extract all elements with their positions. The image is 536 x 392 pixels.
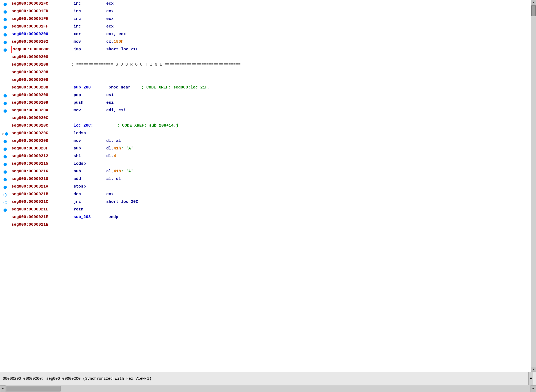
gutter-cell[interactable]: ➤ <box>0 130 10 138</box>
code-line[interactable]: seg000:00000208 <box>11 76 531 84</box>
address: seg000:0000021E <box>11 206 71 213</box>
gutter-cell[interactable] <box>0 206 10 214</box>
code-line[interactable]: seg000:0000021Bdececx <box>11 191 531 198</box>
code-line[interactable]: seg000:00000218addal, dl <box>11 175 531 183</box>
code-line[interactable]: seg000:00000200xorecx, ecx <box>11 30 531 38</box>
code-line[interactable]: seg000:00000208 <box>11 53 531 61</box>
code-line[interactable]: seg000:0000020Amovedi, esi <box>11 107 531 114</box>
breakpoint-dot[interactable] <box>5 132 8 136</box>
code-line[interactable]: seg000:0000021Cjnzshort loc_20C <box>11 198 531 206</box>
mnemonic: proc near <box>108 84 131 91</box>
breakpoint-dot[interactable] <box>4 48 7 52</box>
gutter-cell[interactable] <box>0 100 10 107</box>
code-line[interactable]: seg000:0000020Cloc_20C:; CODE XREF: sub_… <box>11 122 531 130</box>
code-line[interactable]: seg000:00000208; =============== S U B R… <box>11 61 531 69</box>
breakpoint-dot[interactable] <box>4 94 7 97</box>
code-line[interactable]: seg000:00000208sub_208proc near; CODE XR… <box>11 84 531 91</box>
scroll-up-button[interactable]: ▲ <box>531 0 536 5</box>
gutter-cell[interactable] <box>0 1 10 8</box>
mnemonic: push <box>74 99 106 107</box>
mnemonic: retn <box>74 206 106 213</box>
operand: dl, al <box>106 137 121 145</box>
address: seg000:00000209 <box>11 99 71 107</box>
gutter-cell[interactable] <box>0 23 10 31</box>
code-line[interactable]: seg000:0000020Fsubdl, 41h ; 'A' <box>11 145 531 152</box>
address: seg000:0000020C <box>11 122 71 130</box>
code-line[interactable]: seg000:000001FDincecx <box>11 8 531 15</box>
code-line[interactable]: seg000:0000020C <box>11 114 531 122</box>
code-line[interactable]: seg000:00000206jmpshort loc_21F <box>11 46 531 53</box>
horizontal-scrollbar[interactable]: ◄ ► <box>0 385 536 392</box>
scroll-left-button[interactable]: ◄ <box>0 385 5 392</box>
breakpoint-dot[interactable] <box>4 33 7 36</box>
breakpoint-dot[interactable] <box>4 18 7 21</box>
breakpoint-dot[interactable] <box>4 186 7 189</box>
gutter-cell[interactable] <box>0 77 10 84</box>
scroll-right-button[interactable]: ► <box>531 385 536 392</box>
breakpoint-dot-dashed[interactable] <box>4 193 7 197</box>
gutter-cell[interactable] <box>0 46 10 54</box>
gutter-cell[interactable] <box>0 69 10 77</box>
gutter-cell[interactable] <box>0 138 10 145</box>
vertical-scrollbar[interactable]: ▲ ▼ <box>531 0 536 372</box>
breakpoint-dot[interactable] <box>4 148 7 151</box>
breakpoint-dot[interactable] <box>4 209 7 212</box>
code-line[interactable]: seg000:0000021Esub_208endp <box>11 213 531 221</box>
breakpoint-dot[interactable] <box>4 140 7 143</box>
code-line[interactable]: seg000:00000202movcx, 18Dh <box>11 38 531 46</box>
code-line[interactable]: seg000:0000020Dmovdl, al <box>11 137 531 145</box>
scroll-thumb[interactable] <box>531 5 536 16</box>
gutter-cell[interactable] <box>0 183 10 191</box>
code-line[interactable]: seg000:0000020Clodsb <box>11 130 531 137</box>
breakpoint-dot[interactable] <box>4 155 7 158</box>
gutter-cell[interactable] <box>0 176 10 183</box>
breakpoint-dot[interactable] <box>4 10 7 14</box>
gutter-cell[interactable] <box>0 8 10 16</box>
scroll-down-button[interactable]: ▼ <box>531 367 536 372</box>
gutter-cell[interactable] <box>0 161 10 168</box>
code-line[interactable]: seg000:000001FEincecx <box>11 15 531 23</box>
code-line[interactable]: seg000:00000216subal, 41h ; 'A' <box>11 168 531 175</box>
gutter-cell[interactable] <box>0 54 10 62</box>
breakpoint-dot[interactable] <box>4 178 7 181</box>
code-line[interactable]: seg000:0000021Eretn <box>11 206 531 213</box>
code-line[interactable]: seg000:00000208popesi <box>11 91 531 99</box>
gutter: ➤ <box>0 0 10 372</box>
breakpoint-dot[interactable] <box>4 170 7 174</box>
gutter-cell[interactable] <box>0 145 10 153</box>
code-line[interactable]: seg000:00000209pushesi <box>11 99 531 107</box>
gutter-cell[interactable] <box>0 62 10 69</box>
code-line[interactable]: seg000:00000212shldl, 4 <box>11 152 531 160</box>
code-line[interactable]: seg000:0000021E <box>11 221 531 229</box>
code-line[interactable]: seg000:00000215lodsb <box>11 160 531 168</box>
breakpoint-dot[interactable] <box>4 109 7 113</box>
scroll-thumb-h[interactable] <box>6 386 60 391</box>
gutter-cell[interactable] <box>0 214 10 222</box>
scroll-track[interactable] <box>5 385 531 392</box>
breakpoint-dot[interactable] <box>4 26 7 29</box>
gutter-cell[interactable] <box>0 153 10 161</box>
gutter-cell[interactable] <box>0 122 10 130</box>
gutter-cell[interactable] <box>0 16 10 23</box>
breakpoint-dot[interactable] <box>4 102 7 105</box>
gutter-cell[interactable] <box>0 168 10 176</box>
gutter-cell[interactable] <box>0 84 10 92</box>
gutter-cell[interactable] <box>0 107 10 115</box>
code-line[interactable]: seg000:0000021Astosb <box>11 183 531 191</box>
gutter-cell[interactable] <box>0 222 10 229</box>
gutter-cell[interactable] <box>0 199 10 206</box>
breakpoint-dot[interactable] <box>4 41 7 44</box>
code-line[interactable]: seg000:00000208 <box>11 69 531 76</box>
breakpoint-dot-dashed[interactable] <box>4 201 7 204</box>
status-scroll-right[interactable]: ▼ <box>528 372 533 385</box>
breakpoint-dot[interactable] <box>4 3 7 6</box>
gutter-cell[interactable] <box>0 115 10 122</box>
gutter-cell[interactable] <box>0 31 10 39</box>
breakpoint-dot[interactable] <box>4 163 7 166</box>
gutter-cell[interactable] <box>0 92 10 100</box>
gutter-cell[interactable] <box>0 191 10 199</box>
gutter-cell[interactable] <box>0 39 10 46</box>
mnemonic: inc <box>74 0 106 8</box>
code-line[interactable]: seg000:000001FCincecx <box>11 0 531 8</box>
code-line[interactable]: seg000:000001FFincecx <box>11 23 531 30</box>
